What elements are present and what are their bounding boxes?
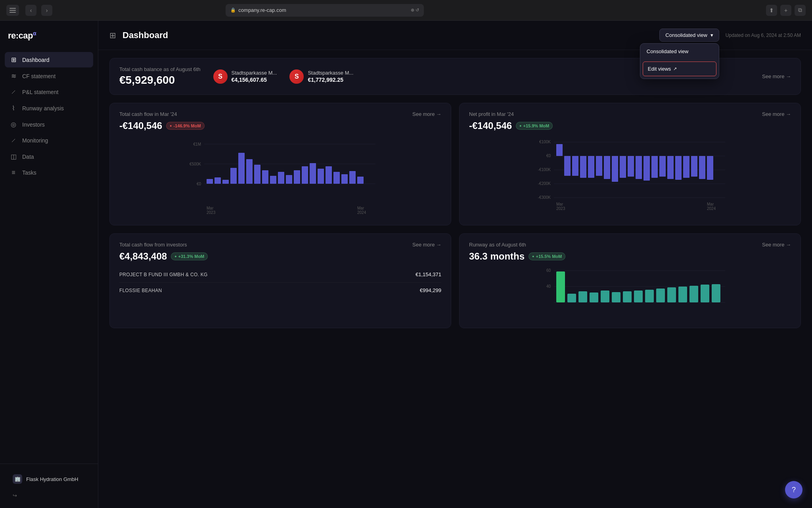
svg-rect-14 bbox=[246, 159, 253, 184]
net-profit-label: Net profit in Mar '24 bbox=[469, 111, 514, 117]
dropdown-item-edit-views[interactable]: Edit views ↗ bbox=[643, 62, 716, 76]
runway-see-more[interactable]: See more → bbox=[762, 242, 791, 248]
external-link-icon: ↗ bbox=[673, 66, 677, 71]
header-actions: Consolidated view ▾ Consolidated view Ed… bbox=[659, 29, 801, 42]
svg-rect-82 bbox=[667, 287, 676, 302]
back-btn[interactable]: ‹ bbox=[25, 5, 36, 16]
svg-rect-51 bbox=[620, 156, 626, 178]
sidebar-item-tasks-label: Tasks bbox=[22, 169, 36, 176]
svg-rect-15 bbox=[254, 165, 260, 184]
tabs-btn[interactable]: ⧉ bbox=[795, 5, 806, 16]
svg-text:40: 40 bbox=[546, 284, 551, 289]
cash-flow-label: Total cash flow in Mar '24 bbox=[119, 111, 177, 117]
sidebar-item-monitoring[interactable]: ⟋ Monitoring bbox=[5, 133, 93, 148]
page-title: Dashboard bbox=[123, 30, 168, 40]
svg-rect-44 bbox=[564, 156, 571, 176]
charts-grid: Total cash flow in Mar '24 See more → -€… bbox=[109, 103, 801, 225]
bank-amount-2: €1,772,992.25 bbox=[308, 77, 353, 83]
dropdown-item-consolidated[interactable]: Consolidated view bbox=[640, 44, 719, 59]
sidebar-item-runway[interactable]: ⌇ Runway analysis bbox=[5, 100, 93, 116]
svg-rect-85 bbox=[701, 285, 709, 302]
cash-balance-see-more[interactable]: See more → bbox=[762, 73, 791, 79]
balance-info: Total cash balance as of August 6th €5,9… bbox=[119, 66, 201, 87]
svg-rect-79 bbox=[634, 291, 643, 302]
investor-cashflow-see-more[interactable]: See more → bbox=[412, 242, 441, 248]
sidebar-item-investors[interactable]: ◎ Investors bbox=[5, 117, 93, 132]
sidebar-item-tasks[interactable]: ≡ Tasks bbox=[5, 165, 93, 180]
sidebar-item-pl-statement[interactable]: ⟋ P&L statement bbox=[5, 85, 93, 100]
sidebar: re:capα ⊞ Dashboard ≋ CF statement ⟋ P&L… bbox=[0, 21, 98, 508]
bank-info-2: Stadtsparkasse M... €1,772,992.25 bbox=[308, 70, 353, 83]
svg-rect-56 bbox=[659, 156, 666, 177]
company-name: Flask Hydration GmbH bbox=[26, 476, 78, 482]
runway-header: Runway as of August 6th See more → bbox=[469, 242, 791, 248]
svg-text:2024: 2024 bbox=[707, 206, 716, 211]
svg-rect-0 bbox=[10, 8, 16, 9]
investor-name-2: FLOSSIE BEAHAN bbox=[119, 288, 162, 293]
updated-text: Updated on Aug 6, 2024 at 2:50 AM bbox=[726, 33, 801, 38]
cash-flow-see-more[interactable]: See more → bbox=[412, 111, 441, 117]
svg-text:2024: 2024 bbox=[357, 210, 366, 215]
svg-rect-13 bbox=[238, 153, 245, 184]
svg-rect-27 bbox=[349, 171, 356, 184]
browser-action-icon: ⊕ ↺ bbox=[411, 8, 419, 13]
svg-rect-62 bbox=[707, 156, 713, 180]
sidebar-item-dashboard-label: Dashboard bbox=[22, 57, 50, 63]
dashboard-body: Total cash balance as of August 6th €5,9… bbox=[98, 50, 812, 336]
svg-rect-47 bbox=[588, 156, 594, 178]
sidebar-item-dashboard[interactable]: ⊞ Dashboard bbox=[5, 52, 93, 67]
cash-flow-chart-header: Total cash flow in Mar '24 See more → bbox=[119, 111, 441, 117]
tasks-icon: ≡ bbox=[10, 169, 17, 176]
sidebar-item-monitoring-label: Monitoring bbox=[22, 137, 48, 144]
sidebar-item-cf-statement[interactable]: ≋ CF statement bbox=[5, 68, 93, 84]
logout-icon: ↪ bbox=[13, 493, 17, 498]
cash-flow-chart-card: Total cash flow in Mar '24 See more → -€… bbox=[109, 103, 451, 225]
svg-rect-50 bbox=[612, 156, 618, 182]
bottom-cards-grid: Total cash flow from investors See more … bbox=[109, 233, 801, 328]
view-selector: Consolidated view ▾ Consolidated view Ed… bbox=[659, 29, 719, 42]
bank-name-1: Stadtsparkasse M... bbox=[232, 70, 277, 76]
investor-amount-2: €994,299 bbox=[420, 287, 441, 293]
data-icon: ◫ bbox=[10, 153, 17, 160]
svg-rect-57 bbox=[667, 156, 674, 179]
svg-rect-10 bbox=[214, 177, 221, 184]
bank-name-2: Stadtsparkasse M... bbox=[308, 70, 353, 76]
svg-text:€100K: €100K bbox=[539, 140, 551, 144]
svg-rect-52 bbox=[628, 156, 634, 177]
bank-account-2: S Stadtsparkasse M... €1,772,992.25 bbox=[289, 69, 353, 84]
svg-rect-19 bbox=[286, 175, 292, 184]
sidebar-toggle-btn[interactable] bbox=[6, 5, 19, 16]
svg-text:€0: €0 bbox=[546, 154, 551, 158]
svg-text:Mar: Mar bbox=[207, 206, 214, 210]
investor-row-1: PROJECT B FUND III GMBH & CO. KG €1,154,… bbox=[119, 267, 441, 283]
bank-amount-1: €4,156,607.65 bbox=[232, 77, 277, 83]
share-btn[interactable]: ⬆ bbox=[766, 5, 777, 16]
svg-text:Mar: Mar bbox=[357, 206, 364, 210]
address-bar[interactable]: 🔒 company.re-cap.com ⊕ ↺ bbox=[226, 4, 424, 17]
svg-rect-11 bbox=[222, 180, 229, 184]
bank-info-1: Stadtsparkasse M... €4,156,607.65 bbox=[232, 70, 277, 83]
svg-rect-22 bbox=[310, 163, 316, 184]
company-item[interactable]: 🏢 Flask Hydration GmbH bbox=[8, 470, 90, 488]
logout-item[interactable]: ↪ bbox=[8, 489, 90, 502]
svg-rect-61 bbox=[699, 156, 705, 179]
sidebar-item-data[interactable]: ◫ Data bbox=[5, 149, 93, 164]
view-dropdown: Consolidated view Edit views ↗ bbox=[640, 43, 719, 79]
bank-logo-1: S bbox=[213, 69, 228, 84]
logo: re:capα bbox=[0, 21, 98, 49]
svg-rect-77 bbox=[612, 292, 620, 302]
help-button[interactable]: ? bbox=[785, 481, 802, 498]
view-selector-btn[interactable]: Consolidated view ▾ bbox=[659, 29, 719, 42]
sidebar-item-investors-label: Investors bbox=[22, 121, 45, 128]
dashboard-icon: ⊞ bbox=[10, 56, 17, 64]
net-profit-see-more[interactable]: See more → bbox=[762, 111, 791, 117]
svg-rect-45 bbox=[572, 156, 578, 176]
svg-rect-53 bbox=[636, 156, 642, 179]
runway-icon: ⌇ bbox=[10, 104, 17, 112]
runway-chart-svg: 60 40 bbox=[469, 267, 791, 318]
new-tab-btn[interactable]: + bbox=[780, 5, 791, 16]
svg-rect-12 bbox=[230, 168, 237, 184]
forward-btn[interactable]: › bbox=[41, 5, 52, 16]
balance-label: Total cash balance as of August 6th bbox=[119, 66, 201, 72]
svg-rect-78 bbox=[623, 291, 632, 302]
